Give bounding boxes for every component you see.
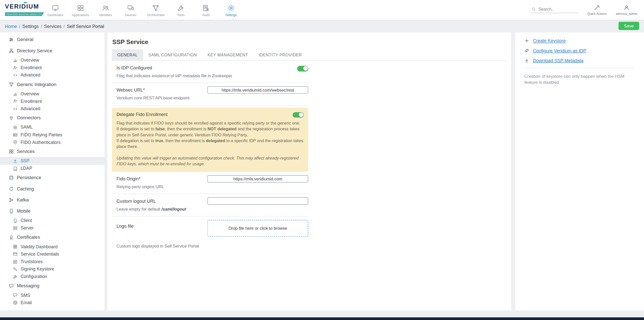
sidebar-item-signing-keystore[interactable]: Signing Keystore bbox=[0, 265, 105, 273]
sidebar-item-services[interactable]: Services bbox=[0, 146, 105, 157]
sidebar-item-generic-integration[interactable]: Generic Integration bbox=[0, 79, 105, 90]
tools-icon bbox=[177, 4, 185, 12]
download-ssp-metadata-link[interactable]: Download SSP Metadata bbox=[524, 58, 635, 63]
keystore-actions-panel: Create Keystore Configure Veridium as ID… bbox=[515, 32, 644, 310]
sidebar-item-server[interactable]: Server bbox=[0, 224, 105, 232]
user-menu[interactable]: aencica_admin bbox=[616, 4, 637, 15]
nav-devices-label: Devices bbox=[125, 13, 136, 17]
sidebar-item-saml[interactable]: SAML bbox=[0, 124, 105, 131]
fido-origin-input[interactable] bbox=[208, 175, 308, 182]
websec-url-row: Websec URL* Veridium core REST API base … bbox=[112, 83, 308, 105]
chat-icon bbox=[9, 283, 14, 289]
create-keystore-link[interactable]: Create Keystore bbox=[524, 38, 635, 43]
settings-sidebar: General Directory Service Overview Enrol… bbox=[0, 32, 105, 310]
sidebar-item-configuration[interactable]: Configuration bbox=[0, 273, 105, 281]
sidebar-item-gi-overview[interactable]: Overview bbox=[0, 90, 105, 98]
nav-audit[interactable]: Audit bbox=[193, 3, 219, 17]
wrench-icon bbox=[13, 274, 18, 279]
veridium-logo[interactable]: VERIDIUM TRUSTED DIGITAL IDENTITY bbox=[5, 3, 43, 17]
breadcrumb-home[interactable]: Home bbox=[5, 24, 17, 29]
nav-settings[interactable]: Settings bbox=[219, 3, 244, 17]
sidebar-item-ldap[interactable]: LDAP bbox=[0, 165, 105, 172]
sidebar-item-ssp[interactable]: SSP bbox=[0, 157, 105, 165]
sidebar-item-client[interactable]: Client bbox=[0, 217, 105, 224]
directory-tree-icon bbox=[9, 48, 14, 54]
sidebar-item-gi-enrollment[interactable]: Enrollment bbox=[0, 98, 105, 105]
nav-identities[interactable]: Identities bbox=[93, 3, 118, 17]
custom-logout-input[interactable] bbox=[208, 197, 308, 205]
user-icon bbox=[624, 4, 630, 11]
sidebar-item-connectors[interactable]: Connectors bbox=[0, 112, 105, 124]
id-card-icon bbox=[13, 132, 18, 137]
logo-file-label: Logo file bbox=[116, 223, 203, 228]
tab-identity-provider[interactable]: IDENTITY PROVIDER bbox=[253, 49, 307, 60]
key-icon bbox=[13, 267, 18, 272]
nodes-icon bbox=[9, 197, 14, 203]
tab-key-management[interactable]: KEY MANAGEMENT bbox=[202, 49, 253, 60]
delegate-fido-description: Flag that indicates if FIDO keys should … bbox=[116, 121, 303, 150]
fido-origin-desc: Relying party origins URL bbox=[116, 184, 203, 190]
code-icon bbox=[13, 106, 18, 111]
sidebar-item-caching[interactable]: Caching bbox=[0, 183, 105, 194]
sidebar-item-persistence[interactable]: Persistence bbox=[0, 172, 105, 183]
websec-url-desc: Veridium core REST API base endpoint bbox=[116, 96, 203, 101]
sidebar-item-gi-advanced[interactable]: Advanced bbox=[0, 105, 105, 112]
sidebar-item-ds-enrollment[interactable]: Enrollment bbox=[0, 64, 105, 71]
nav-orchestrator[interactable]: Orchestrator bbox=[143, 3, 168, 17]
search-box[interactable] bbox=[531, 7, 578, 13]
identities-icon bbox=[102, 4, 110, 12]
phone-icon bbox=[13, 218, 18, 223]
divider bbox=[524, 68, 635, 68]
save-button[interactable]: Save bbox=[619, 22, 639, 30]
enrollment-icon bbox=[13, 99, 18, 104]
sidebar-item-validity-dashboard[interactable]: Validity Dashboard bbox=[0, 243, 105, 251]
sidebar-item-email[interactable]: Email bbox=[0, 299, 105, 306]
search-input[interactable] bbox=[538, 7, 576, 11]
delegate-fido-label: Delegate Fido Enrollment bbox=[116, 112, 167, 117]
bar-chart-icon bbox=[13, 58, 18, 63]
sms-bubble-icon bbox=[13, 293, 18, 298]
sidebar-item-sms[interactable]: SMS bbox=[0, 292, 105, 299]
custom-logout-url-row: Custom logout URL Leave empty for defaul… bbox=[112, 194, 308, 216]
sidebar-item-general[interactable]: General bbox=[0, 34, 105, 45]
sidebar-item-ds-advanced[interactable]: Advanced bbox=[0, 71, 105, 79]
is-idp-configured-row: Is IDP Configured Flag that indicates ex… bbox=[112, 61, 308, 83]
nav-applications-label: Applications bbox=[72, 13, 89, 17]
logo-file-dropzone[interactable]: Drop file here or click to browse bbox=[208, 220, 308, 237]
list-icon bbox=[13, 259, 18, 264]
upload-icon bbox=[13, 158, 18, 164]
sidebar-item-service-credentials[interactable]: Service Credentials bbox=[0, 251, 105, 258]
websec-url-input[interactable] bbox=[208, 87, 308, 94]
sidebar-item-messaging[interactable]: Messaging bbox=[0, 280, 105, 291]
sidebar-item-ds-overview[interactable]: Overview bbox=[0, 56, 105, 64]
sidebar-item-mobile[interactable]: Mobile bbox=[0, 206, 105, 217]
tab-general[interactable]: GENERAL bbox=[112, 49, 143, 60]
quick-actions-label: Quick Actions bbox=[587, 12, 607, 16]
sidebar-item-directory-service[interactable]: Directory Service bbox=[0, 45, 105, 56]
nav-applications[interactable]: Applications bbox=[68, 3, 93, 17]
is-idp-configured-desc: Flag that indicates existence of IdP met… bbox=[116, 73, 293, 79]
breadcrumb-settings[interactable]: Settings bbox=[22, 24, 39, 29]
sidebar-item-truststores[interactable]: Truststores bbox=[0, 258, 105, 265]
shield-icon bbox=[13, 140, 18, 145]
tab-saml-configuration[interactable]: SAML CONFIGURATION bbox=[143, 49, 202, 60]
breadcrumb-separator: / bbox=[19, 24, 20, 29]
is-idp-configured-toggle[interactable] bbox=[297, 66, 308, 71]
sidebar-item-fido-authenticators[interactable]: FIDO Authenticators bbox=[0, 139, 105, 146]
nav-devices[interactable]: Devices bbox=[118, 3, 143, 17]
nav-dashboard[interactable]: Dashboard bbox=[43, 3, 68, 17]
plug-icon bbox=[9, 115, 14, 121]
delegate-fido-toggle[interactable] bbox=[293, 112, 304, 117]
orchestrator-icon bbox=[152, 4, 160, 12]
breadcrumb-services[interactable]: Services bbox=[44, 24, 61, 29]
quick-actions-button[interactable]: Quick Actions bbox=[587, 4, 607, 15]
devices-icon bbox=[127, 4, 134, 12]
sidebar-item-kafka[interactable]: Kafka bbox=[0, 194, 105, 206]
configure-veridium-as-idp-link[interactable]: Configure Veridium as IDP bbox=[524, 48, 635, 53]
nav-tools[interactable]: Tools bbox=[168, 3, 193, 17]
is-idp-configured-label: Is IDP Configured bbox=[116, 65, 293, 70]
sidebar-item-fido-relying-parties[interactable]: FIDO Relying Parties bbox=[0, 131, 105, 139]
applications-icon bbox=[77, 4, 84, 12]
sidebar-item-certificates[interactable]: Certificates bbox=[0, 232, 105, 243]
audit-icon bbox=[202, 4, 210, 12]
